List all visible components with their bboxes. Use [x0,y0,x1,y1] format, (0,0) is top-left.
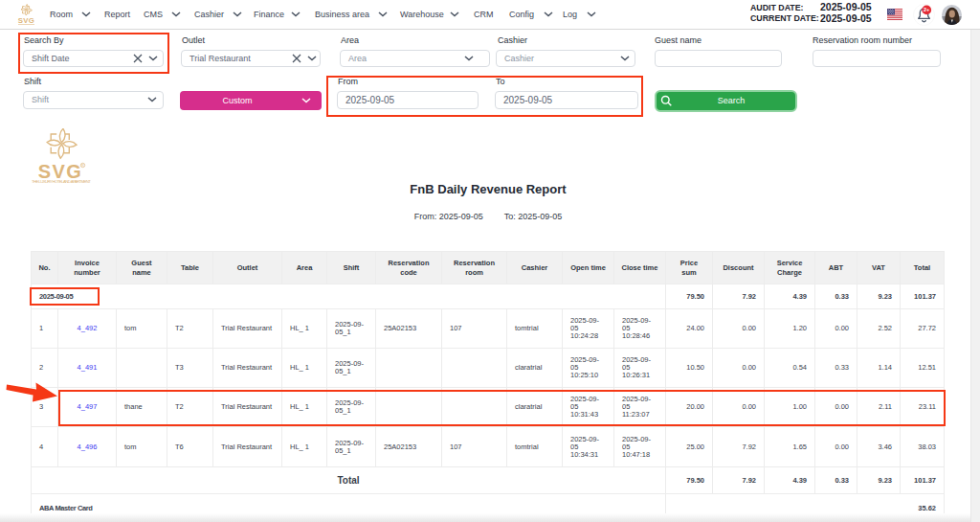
svg-text:2+: 2+ [924,7,929,12]
svg-text:SVG: SVG [18,16,35,25]
